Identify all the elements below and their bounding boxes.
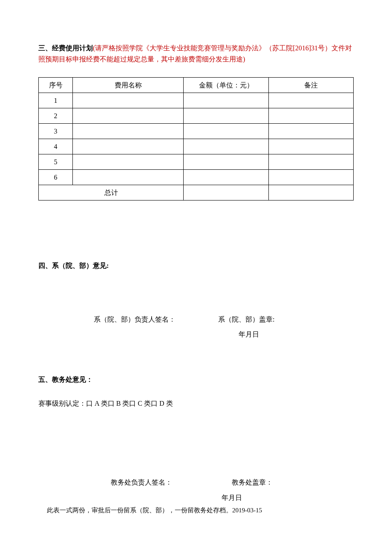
- cell-name: [73, 154, 184, 170]
- header-name: 费用名称: [73, 78, 184, 93]
- dept-seal-label: 系（院、部）盖章:: [218, 314, 274, 325]
- cell-seq: 4: [39, 139, 73, 154]
- table-row: 1: [39, 93, 354, 108]
- cell-name: [73, 124, 184, 139]
- cell-amount: [184, 170, 269, 185]
- section-four-date: 年月日: [38, 329, 354, 340]
- table-header-row: 序号 费用名称 金额（单位：元） 备注: [39, 78, 354, 93]
- cell-name: [73, 139, 184, 154]
- table-row: 6: [39, 170, 354, 185]
- section-four: 四、系（院、部）意见: 系（院、部）负责人签名： 系（院、部）盖章: 年月日: [38, 260, 354, 340]
- cell-seq: 3: [39, 124, 73, 139]
- cell-amount: [184, 139, 269, 154]
- total-remark: [269, 185, 354, 200]
- section-four-heading: 四、系（院、部）意见:: [38, 260, 354, 271]
- total-amount: [184, 185, 269, 200]
- table-row: 3: [39, 124, 354, 139]
- budget-table: 序号 费用名称 金额（单位：元） 备注 1 2 3 4: [38, 77, 354, 200]
- cell-seq: 1: [39, 93, 73, 108]
- cell-seq: 5: [39, 154, 73, 170]
- table-row: 4: [39, 139, 354, 154]
- cell-amount: [184, 154, 269, 170]
- dept-signer-label: 系（院、部）负责人签名：: [94, 314, 176, 325]
- table-row: 2: [39, 108, 354, 124]
- footer-note: 此表一式两份，审批后一份留系（院、部），一份留教务处存档。2019-03-15: [38, 505, 354, 515]
- cell-remark: [269, 124, 354, 139]
- cell-name: [73, 93, 184, 108]
- table-row: 5: [39, 154, 354, 170]
- cell-name: [73, 108, 184, 124]
- cell-seq: 6: [39, 170, 73, 185]
- cell-remark: [269, 93, 354, 108]
- section-five-date: 年月日: [38, 492, 354, 503]
- cell-name: [73, 170, 184, 185]
- section-four-signature-row: 系（院、部）负责人签名： 系（院、部）盖章:: [38, 314, 354, 325]
- header-seq: 序号: [39, 78, 73, 93]
- header-amount: 金额（单位：元）: [184, 78, 269, 93]
- section-three-header: 三、经费使用计划(请严格按照学院《大学生专业技能竞赛管理与奖励办法》（苏工院[2…: [38, 43, 354, 64]
- section-three-title: 三、经费使用计划: [38, 44, 93, 52]
- cell-amount: [184, 93, 269, 108]
- cell-seq: 2: [39, 108, 73, 124]
- cell-amount: [184, 124, 269, 139]
- total-label: 总计: [39, 185, 184, 200]
- section-five-heading: 五、教务处意见：: [38, 374, 354, 385]
- office-seal-label: 教务处盖章：: [232, 477, 273, 488]
- event-level-line: 赛事级别认定：口 A 类口 B 类口 C 类口 D 类: [38, 398, 354, 409]
- table-total-row: 总计: [39, 185, 354, 200]
- cell-remark: [269, 108, 354, 124]
- cell-remark: [269, 170, 354, 185]
- section-five-signature-row: 教务处负责人签名： 教务处盖章：: [38, 477, 354, 488]
- cell-remark: [269, 154, 354, 170]
- section-five: 五、教务处意见： 赛事级别认定：口 A 类口 B 类口 C 类口 D 类 教务处…: [38, 374, 354, 503]
- cell-remark: [269, 139, 354, 154]
- office-signer-label: 教务处负责人签名：: [111, 477, 172, 488]
- header-remark: 备注: [269, 78, 354, 93]
- cell-amount: [184, 108, 269, 124]
